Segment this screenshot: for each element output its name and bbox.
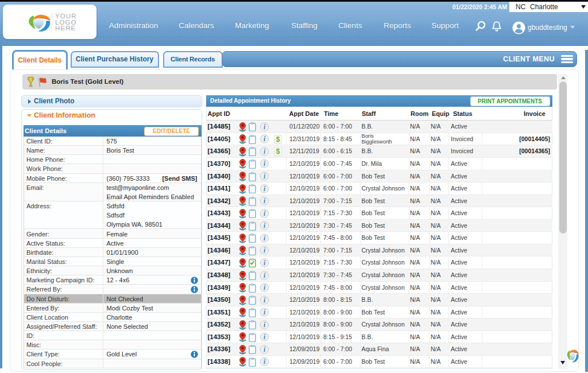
svg-text:$: $ [276,147,280,156]
svg-text:$: $ [276,135,280,143]
